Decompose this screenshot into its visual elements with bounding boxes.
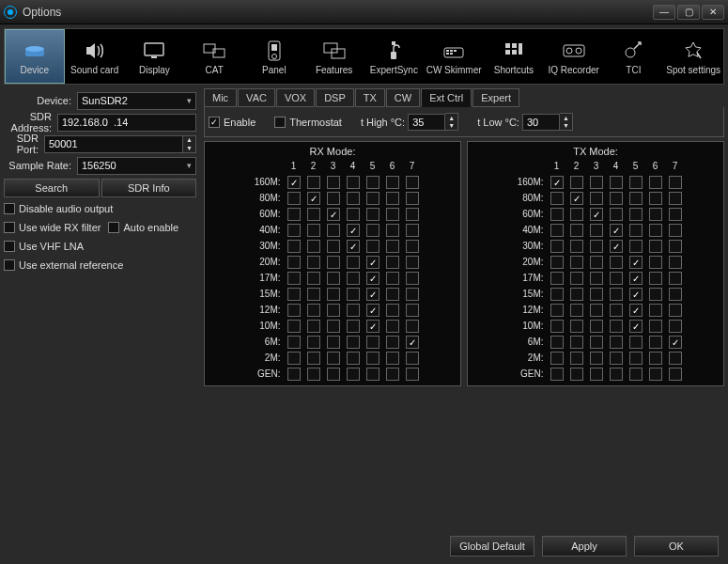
tx-checkbox[interactable] (570, 288, 583, 301)
rx-checkbox[interactable] (406, 368, 419, 381)
global-default-button[interactable]: Global Default (450, 536, 534, 556)
tx-checkbox[interactable] (590, 288, 603, 301)
rx-checkbox[interactable] (287, 304, 301, 317)
rx-checkbox[interactable] (327, 240, 340, 253)
tx-checkbox[interactable] (629, 304, 643, 317)
rx-checkbox[interactable] (347, 224, 360, 237)
tx-checkbox[interactable] (669, 176, 682, 189)
rx-checkbox[interactable] (307, 272, 320, 285)
rx-checkbox[interactable] (287, 272, 301, 285)
auto-enable-checkbox[interactable] (108, 222, 119, 233)
tx-checkbox[interactable] (590, 320, 603, 333)
tx-checkbox[interactable] (610, 304, 623, 317)
rx-checkbox[interactable] (386, 256, 399, 269)
tx-checkbox[interactable] (570, 256, 583, 269)
tx-checkbox[interactable] (610, 256, 623, 269)
tab-vox[interactable]: VOX (276, 88, 315, 107)
toolbar-spotsettings[interactable]: Spot settings (663, 29, 723, 84)
tx-checkbox[interactable] (649, 256, 662, 269)
tx-checkbox[interactable] (629, 272, 643, 285)
tx-checkbox[interactable] (629, 336, 643, 349)
search-button[interactable]: Search (4, 179, 100, 197)
rx-checkbox[interactable] (366, 368, 379, 381)
rx-checkbox[interactable] (386, 176, 399, 189)
tx-checkbox[interactable] (669, 256, 682, 269)
rx-checkbox[interactable] (327, 192, 340, 205)
rx-checkbox[interactable] (366, 272, 379, 285)
rx-checkbox[interactable] (366, 336, 379, 349)
rx-checkbox[interactable] (327, 320, 340, 333)
tlow-input[interactable] (522, 114, 560, 131)
rx-checkbox[interactable] (287, 208, 301, 221)
tx-checkbox[interactable] (550, 336, 564, 349)
tx-checkbox[interactable] (669, 320, 682, 333)
rx-checkbox[interactable] (307, 192, 320, 205)
rx-checkbox[interactable] (287, 176, 301, 189)
tab-vac[interactable]: VAC (238, 88, 275, 107)
tx-checkbox[interactable] (550, 368, 564, 381)
sdr-port-input[interactable] (44, 135, 183, 153)
rx-checkbox[interactable] (366, 352, 379, 365)
tx-checkbox[interactable] (610, 208, 623, 221)
rx-checkbox[interactable] (307, 240, 320, 253)
tx-checkbox[interactable] (629, 224, 643, 237)
tx-checkbox[interactable] (649, 304, 662, 317)
rx-checkbox[interactable] (327, 176, 340, 189)
tx-checkbox[interactable] (570, 192, 583, 205)
rx-checkbox[interactable] (386, 352, 399, 365)
rx-checkbox[interactable] (327, 208, 340, 221)
tx-checkbox[interactable] (570, 272, 583, 285)
rx-checkbox[interactable] (366, 192, 379, 205)
tx-checkbox[interactable] (590, 256, 603, 269)
tx-checkbox[interactable] (610, 288, 623, 301)
toolbar-cat[interactable]: CAT (184, 29, 244, 84)
tab-expert[interactable]: Expert (472, 88, 519, 107)
rx-checkbox[interactable] (386, 304, 399, 317)
tx-checkbox[interactable] (610, 240, 623, 253)
tx-checkbox[interactable] (550, 352, 564, 365)
rx-checkbox[interactable] (307, 336, 320, 349)
rx-checkbox[interactable] (347, 320, 360, 333)
vhf-lna-checkbox[interactable] (4, 241, 15, 252)
thigh-up[interactable]: ▲ (445, 114, 457, 122)
tx-checkbox[interactable] (590, 272, 603, 285)
rx-checkbox[interactable] (406, 336, 419, 349)
tx-checkbox[interactable] (649, 368, 662, 381)
rx-checkbox[interactable] (366, 304, 379, 317)
tx-checkbox[interactable] (570, 240, 583, 253)
rx-checkbox[interactable] (386, 368, 399, 381)
tx-checkbox[interactable] (629, 352, 643, 365)
rx-checkbox[interactable] (386, 240, 399, 253)
rx-checkbox[interactable] (347, 192, 360, 205)
thermostat-checkbox[interactable] (274, 117, 286, 128)
port-up-button[interactable]: ▲ (183, 136, 195, 145)
rx-checkbox[interactable] (327, 288, 340, 301)
tx-checkbox[interactable] (669, 352, 682, 365)
sample-rate-select[interactable]: 156250 (77, 157, 196, 175)
rx-checkbox[interactable] (327, 352, 340, 365)
rx-checkbox[interactable] (307, 208, 320, 221)
tx-checkbox[interactable] (610, 192, 623, 205)
rx-checkbox[interactable] (327, 336, 340, 349)
tx-checkbox[interactable] (649, 192, 662, 205)
tx-checkbox[interactable] (570, 336, 583, 349)
tx-checkbox[interactable] (669, 288, 682, 301)
tab-ext-ctrl[interactable]: Ext Ctrl (421, 88, 472, 107)
tx-checkbox[interactable] (590, 304, 603, 317)
rx-checkbox[interactable] (287, 192, 301, 205)
rx-checkbox[interactable] (366, 208, 379, 221)
rx-checkbox[interactable] (366, 240, 379, 253)
toolbar-features[interactable]: Features (304, 29, 364, 84)
tx-checkbox[interactable] (629, 240, 643, 253)
rx-checkbox[interactable] (406, 272, 419, 285)
rx-checkbox[interactable] (347, 352, 360, 365)
rx-checkbox[interactable] (287, 288, 301, 301)
tx-checkbox[interactable] (629, 288, 643, 301)
minimize-button[interactable]: — (653, 5, 675, 20)
rx-checkbox[interactable] (347, 304, 360, 317)
tx-checkbox[interactable] (669, 272, 682, 285)
toolbar-cwskimmer[interactable]: CW Skimmer (424, 29, 484, 84)
device-select[interactable]: SunSDR2 (77, 92, 196, 110)
rx-checkbox[interactable] (287, 224, 301, 237)
toolbar-expertsync[interactable]: ExpertSync (364, 29, 425, 84)
